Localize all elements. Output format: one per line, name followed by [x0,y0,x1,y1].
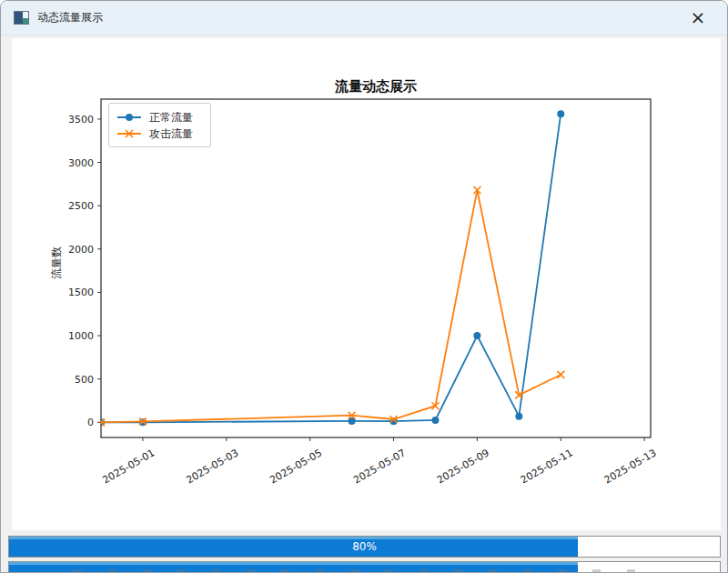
window-title: 动态流量展示 [37,10,103,25]
svg-text:2025-05-03: 2025-05-03 [184,447,240,486]
chart-title: 流量动态展示 [103,78,649,96]
svg-text:2025-05-09: 2025-05-09 [435,447,491,486]
y-axis-label: 流量数 [49,226,66,299]
progress-bar: 80% [8,536,721,558]
app-window: 动态流量展示 × 流量动态展示 流量数 2025-05-012025-05-03… [0,0,728,573]
chart-legend: 正常流量 攻击流量 [108,103,211,147]
legend-label: 正常流量 [149,110,193,126]
svg-text:3500: 3500 [68,114,94,126]
svg-text:2025-05-07: 2025-05-07 [351,447,408,486]
svg-text:2025-05-05: 2025-05-05 [268,447,324,486]
legend-label: 攻击流量 [149,126,193,142]
svg-text:2025-05-11: 2025-05-11 [519,447,575,486]
svg-text:2000: 2000 [68,244,94,256]
chart-figure: 流量动态展示 流量数 2025-05-012025-05-032025-05-0… [12,38,721,530]
svg-text:3000: 3000 [68,157,94,169]
svg-text:1500: 1500 [68,286,94,298]
svg-text:2025-05-01: 2025-05-01 [101,447,157,486]
svg-text:500: 500 [75,374,94,386]
close-button[interactable]: × [685,7,711,29]
svg-text:2025-05-13: 2025-05-13 [602,447,659,486]
app-icon [14,11,29,25]
window-titlebar[interactable]: 动态流量展示 [1,1,727,35]
line-circle-marker-icon [116,111,143,124]
svg-text:1000: 1000 [68,330,94,342]
svg-text:2500: 2500 [68,200,94,212]
progress-label: 80% [9,537,720,557]
clipped-bottom-content [74,569,656,572]
legend-item-attack: 攻击流量 [116,126,203,142]
svg-text:0: 0 [87,417,94,428]
line-x-marker-icon [116,127,143,140]
legend-item-normal: 正常流量 [116,109,203,126]
